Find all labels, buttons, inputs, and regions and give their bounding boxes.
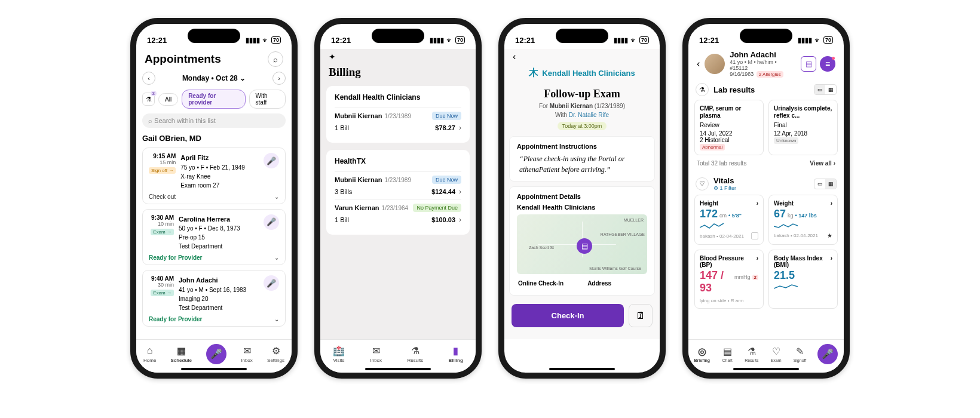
- provider-link[interactable]: Dr. Natalie Rife: [569, 112, 609, 118]
- tab-results[interactable]: ⚗Results: [745, 345, 758, 362]
- tab-inbox[interactable]: ✉Inbox: [241, 345, 253, 363]
- online-checkin-label[interactable]: Online Check-In: [518, 280, 564, 287]
- vital-weight[interactable]: Weight› 67kg• 147 lbs bakash • 02-04-202…: [768, 195, 838, 245]
- details-card: Appointment Details Kendall Health Clini…: [509, 186, 655, 296]
- list-view-icon: ▭: [814, 179, 825, 189]
- page-title: Appointments: [145, 53, 221, 66]
- patient-meta: 41 yo • M • he/him • #15112: [730, 59, 796, 71]
- tab-briefing[interactable]: ◎Briefing: [694, 345, 710, 362]
- chevron-left-icon: ‹: [148, 75, 150, 82]
- tab-results[interactable]: ⚗Results: [408, 345, 424, 363]
- checkbox[interactable]: [751, 232, 758, 239]
- search-input[interactable]: ⌕ Search within this list: [142, 113, 286, 128]
- allergies-pill[interactable]: 2 Allergies: [757, 71, 783, 78]
- instructions-title: Appointment Instructions: [517, 143, 647, 150]
- expand-button[interactable]: ⌄: [274, 254, 279, 261]
- appt-status-tag: Exam →: [151, 290, 174, 296]
- checkin-button[interactable]: Check-In: [512, 304, 624, 327]
- billing-row[interactable]: Mubnii Kiernan1/23/1989 Due Now 3 Bills …: [335, 171, 461, 199]
- expand-button[interactable]: ⌄: [274, 193, 279, 200]
- avatar[interactable]: [705, 54, 725, 74]
- chip-staff[interactable]: With staff: [249, 90, 286, 109]
- filter-button[interactable]: ⚗ 3: [142, 93, 155, 106]
- wifi-icon: ᯤ: [814, 36, 821, 44]
- instructions-card: Appointment Instructions “Please check-i…: [509, 136, 655, 182]
- phone-appointments: 12:21 ▮▮▮▮ ᯤ 70 Appointments ⌕ ‹ Monday …: [130, 18, 298, 379]
- map[interactable]: MUELLER RATHGEBER VILLAGE Zach Scott St …: [517, 214, 647, 274]
- expand-button[interactable]: ⌄: [274, 316, 279, 322]
- appt-time: 9:15 AM: [153, 153, 176, 159]
- bill-status-badge: No Payment Due: [413, 204, 461, 212]
- search-placeholder: Search within this list: [154, 117, 216, 124]
- grid-view-icon: ▦: [825, 85, 836, 94]
- status-time: 12:21: [147, 36, 167, 45]
- back-button[interactable]: ‹: [697, 59, 700, 69]
- map-label: MUELLER: [624, 218, 644, 222]
- chevron-right-icon: ›: [757, 200, 758, 207]
- note-button[interactable]: ▤: [801, 56, 816, 72]
- tab-chart[interactable]: ▤Chart: [721, 345, 733, 362]
- appointment-card[interactable]: 9:30 AM 10 min Exam → Carolina Herrera 5…: [142, 209, 286, 266]
- chip-ready[interactable]: Ready for provider: [182, 90, 245, 109]
- appointment-card[interactable]: 9:15 AM 15 min Sign off → April Fitz 75 …: [142, 147, 286, 204]
- status-icons: ▮▮▮▮ᯤ70: [614, 36, 649, 44]
- prev-day-button[interactable]: ‹: [142, 72, 155, 85]
- vital-height[interactable]: Height› 172cm• 5'8" bakash • 02-04-2021: [694, 195, 764, 245]
- menu-button[interactable]: ≡: [820, 56, 835, 72]
- vitals-icon: ♡: [696, 177, 709, 190]
- back-button[interactable]: ‹: [509, 49, 655, 64]
- tab-home[interactable]: ⌂Home: [143, 345, 156, 363]
- dictate-button[interactable]: 🎤: [264, 275, 279, 291]
- tab-mic[interactable]: 🎤: [817, 344, 838, 364]
- dictate-button[interactable]: 🎤: [264, 214, 279, 230]
- view-all-link[interactable]: View all ›: [810, 160, 835, 167]
- labs-view-toggle[interactable]: ▭ ▦: [814, 84, 837, 95]
- add-to-calendar-button[interactable]: 🗓: [629, 304, 653, 327]
- billing-row[interactable]: Mubnii Kiernan1/23/1989 Due Now 1 Bill $…: [335, 107, 461, 136]
- appointment-card[interactable]: 9:40 AM 30 min Exam → John Adachi 41 yo …: [142, 270, 286, 327]
- clinic-name: Kendall Health Clinicians: [542, 69, 635, 78]
- phone-checkin: 12:21 ▮▮▮▮ᯤ70 ‹ ⽊ Kendall Health Clinici…: [498, 18, 666, 379]
- vitals-title: Vitals: [713, 176, 736, 185]
- vitals-view-toggle[interactable]: ▭ ▦: [814, 179, 837, 189]
- mic-icon: 🎤: [206, 344, 226, 364]
- bill-patient-dob: 1/23/1989: [384, 177, 411, 183]
- address-label[interactable]: Address: [587, 280, 611, 287]
- appt-status-tag: Sign off →: [149, 167, 176, 174]
- lab-status: Review: [700, 122, 758, 128]
- notch: [188, 29, 240, 43]
- tab-exam[interactable]: ♡Exam: [770, 345, 782, 362]
- appt-status-tag: Exam →: [151, 229, 174, 235]
- tab-inbox[interactable]: ✉Inbox: [370, 345, 382, 363]
- appt-location: Test Department: [179, 305, 222, 311]
- lab-result-pill: Unknown: [774, 137, 798, 144]
- tab-visits[interactable]: 🏥Visits: [333, 345, 345, 363]
- tab-schedule[interactable]: ▦Schedule: [170, 345, 192, 363]
- date-picker[interactable]: Monday • Oct 28 ⌄: [182, 74, 246, 82]
- vitals-filter[interactable]: ⚙ 1 Filter: [713, 185, 736, 191]
- chip-all[interactable]: All: [158, 93, 178, 106]
- billing-row[interactable]: Varun Kiernan1/23/1964 No Payment Due 1 …: [335, 199, 461, 228]
- tab-mic[interactable]: 🎤: [206, 344, 226, 364]
- calendar-add-icon: 🗓: [636, 311, 645, 321]
- lab-card[interactable]: Urinalysis complete, reflex c... Final 1…: [768, 100, 838, 155]
- appt-duration: 15 min: [149, 159, 176, 165]
- next-day-button[interactable]: ›: [272, 72, 286, 85]
- dictate-button[interactable]: 🎤: [264, 153, 279, 168]
- search-button[interactable]: ⌕: [268, 51, 283, 67]
- lab-card[interactable]: CMP, serum or plasma Review 14 Jul, 2022…: [694, 100, 764, 155]
- chevron-right-icon: ›: [278, 75, 280, 82]
- appointment-type: Follow-up Exam: [509, 88, 655, 100]
- vital-bp[interactable]: Blood Pressure (BP)› 147 / 93mmHg2 lying…: [694, 250, 764, 309]
- tab-billing[interactable]: ▮Billing: [448, 345, 463, 363]
- chart-icon: ▤: [721, 345, 733, 357]
- status-icons: ▮▮▮▮ᯤ70: [798, 36, 833, 44]
- tab-settings[interactable]: ⚙Settings: [267, 345, 284, 363]
- star-icon[interactable]: ★: [827, 232, 832, 239]
- wifi-icon: ᯤ: [446, 36, 453, 44]
- vital-bmi[interactable]: Body Mass Index (BMI)› 21.5: [768, 250, 838, 309]
- tab-signoff[interactable]: ✎Signoff: [794, 345, 807, 362]
- details-title: Appointment Details: [517, 193, 647, 200]
- patient-name: Carolina Herrera: [179, 216, 230, 223]
- settings-button[interactable]: ✦: [329, 52, 336, 62]
